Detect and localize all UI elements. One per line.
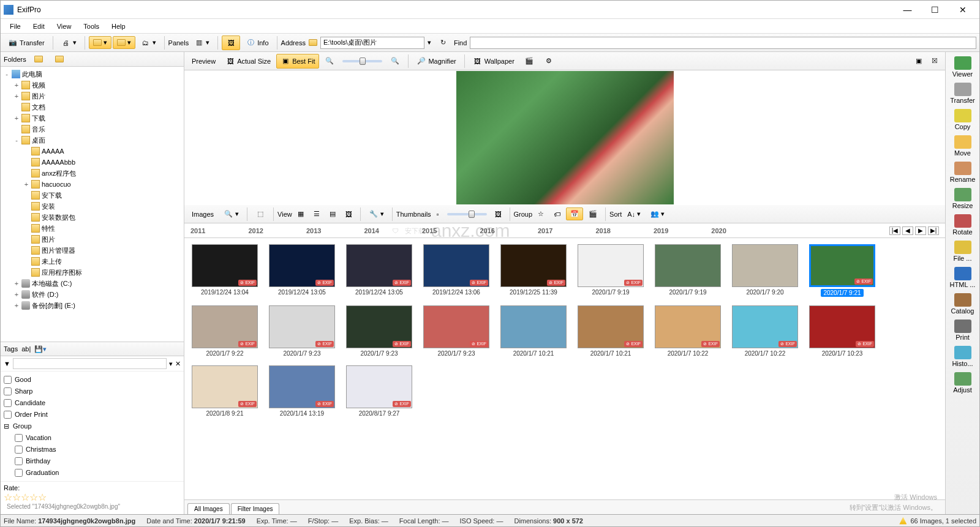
- tree-item[interactable]: 图片管理器: [4, 245, 181, 256]
- tag-edit-icon[interactable]: ab|: [21, 345, 31, 353]
- zoom-out-button[interactable]: 🔍: [320, 54, 339, 69]
- tag-item[interactable]: Good: [4, 374, 181, 386]
- tree-item[interactable]: 文档: [4, 102, 181, 113]
- pane-layout-button[interactable]: ▣: [911, 54, 926, 67]
- thumbnail-item[interactable]: ⊘ EXIF2020/1/7 9:22: [190, 305, 259, 357]
- preview-button[interactable]: Preview: [187, 55, 220, 67]
- thumbnail-item[interactable]: ⊘ EXIF2020/1/7 10:23: [808, 305, 876, 357]
- tree-item[interactable]: 安装: [4, 201, 181, 212]
- pane-close-button[interactable]: ☒: [927, 54, 942, 67]
- tree-item[interactable]: +图片: [4, 91, 181, 102]
- search-images-button[interactable]: 🔍▾: [219, 207, 243, 222]
- view-details-button[interactable]: ▤: [325, 207, 340, 220]
- find-input[interactable]: [470, 37, 976, 49]
- thumbnail-item[interactable]: ⊘ EXIF2019/12/24 13:05: [345, 244, 413, 296]
- sort-people-button[interactable]: 👥▾: [646, 207, 669, 220]
- tools-dropdown[interactable]: 🔧▾: [364, 207, 388, 222]
- sidebar-html[interactable]: HTML ...: [948, 265, 978, 290]
- tree-item[interactable]: +备份[勿删] (E:): [4, 300, 181, 311]
- actual-size-button[interactable]: 🖼Actual Size: [221, 54, 275, 69]
- thumbnail-item[interactable]: ⊘ EXIF2020/1/7 10:21: [576, 305, 645, 357]
- tag-item[interactable]: Order Print: [4, 409, 181, 420]
- timeline-next-button[interactable]: ▶: [915, 226, 926, 235]
- group-date-button[interactable]: 📅: [566, 207, 583, 220]
- view-list-button[interactable]: ☰: [309, 207, 324, 220]
- thumbnail-item[interactable]: ⊘ EXIF2019/12/24 13:04: [190, 244, 259, 296]
- folder-tree-button[interactable]: ▾: [113, 36, 135, 49]
- tree-item[interactable]: 未上传: [4, 256, 181, 267]
- timeline[interactable]: 2011201220132014201520162017201820192020…: [184, 223, 945, 238]
- tag-save-icon[interactable]: 💾▾: [34, 345, 47, 353]
- thumbnail-item[interactable]: ⊘ EXIF2019/12/25 11:39: [499, 244, 568, 296]
- tags-filter-dropdown[interactable]: ▾: [169, 360, 173, 368]
- mask-button[interactable]: 🗂▾: [137, 36, 160, 50]
- view-tiles-button[interactable]: 🖼: [341, 208, 356, 220]
- sidebar-adjust[interactable]: Adjust: [948, 370, 978, 395]
- folder-tree[interactable]: -此电脑+视频+图片文档+下载音乐-桌面AAAAAAAAAAbbbanxz程序包…: [1, 67, 184, 342]
- tag-item[interactable]: Sharp: [4, 386, 181, 397]
- timeline-year[interactable]: 2015: [422, 227, 437, 234]
- tree-item[interactable]: 安装数据包: [4, 212, 181, 223]
- tree-item[interactable]: 图片: [4, 234, 181, 245]
- address-input[interactable]: [320, 37, 424, 49]
- tree-item[interactable]: +软件 (D:): [4, 289, 181, 300]
- thumbnail-item[interactable]: ⊘ EXIF2020/1/7 9:23: [345, 305, 413, 357]
- thumbnail-item[interactable]: ⊘ EXIF2020/1/7 10:22: [654, 305, 722, 357]
- tags-filter-clear[interactable]: ✕: [175, 360, 181, 368]
- sidebar-move[interactable]: Move: [948, 133, 978, 159]
- thumbnail-item[interactable]: ⊘ EXIF2020/1/8 9:21: [190, 365, 259, 417]
- close-button[interactable]: ✕: [949, 1, 976, 18]
- sidebar-transfer[interactable]: Transfer: [948, 81, 978, 106]
- sidebar-rename[interactable]: Rename: [948, 160, 978, 185]
- zoom-in-button[interactable]: 🔍: [386, 54, 404, 69]
- tree-item[interactable]: +本地磁盘 (C:): [4, 278, 181, 289]
- sidebar-copy[interactable]: Copy: [948, 107, 978, 132]
- timeline-year[interactable]: 2012: [248, 227, 263, 234]
- thumbnail-item[interactable]: 2020/1/7 10:21: [499, 305, 568, 357]
- thumbnail-item[interactable]: ⊘ EXIF2020/8/17 9:27: [345, 365, 413, 417]
- thumbnail-item[interactable]: ⊘ EXIF2020/1/7 10:22: [731, 305, 799, 357]
- thumb-small-button[interactable]: ▫: [432, 208, 443, 220]
- tag-group-item[interactable]: Graduation: [4, 467, 181, 479]
- timeline-year[interactable]: 2019: [654, 227, 668, 234]
- menu-view[interactable]: View: [51, 21, 78, 31]
- tree-item[interactable]: AAAAA: [4, 146, 181, 157]
- sidebar-catalog[interactable]: Catalog: [948, 291, 978, 316]
- images-button[interactable]: Images: [187, 208, 218, 220]
- tree-item[interactable]: +视频: [4, 80, 181, 91]
- print-button[interactable]: 🖨▾: [57, 36, 81, 50]
- preview-pane-toggle[interactable]: 🖼: [222, 36, 240, 50]
- group-star-button[interactable]: ☆: [533, 207, 548, 220]
- thumbnail-area[interactable]: ⊘ EXIF2019/12/24 13:04⊘ EXIF2019/12/24 1…: [184, 238, 945, 499]
- timeline-year[interactable]: 2020: [711, 227, 726, 234]
- timeline-last-button[interactable]: ▶|: [928, 226, 939, 235]
- tag-group-header[interactable]: ⊟Group: [4, 420, 181, 432]
- wallpaper-button[interactable]: 🖼Wallpaper: [469, 54, 519, 69]
- tree-item[interactable]: 特性: [4, 223, 181, 234]
- menu-tools[interactable]: Tools: [77, 21, 105, 31]
- maximize-button[interactable]: ☐: [921, 1, 949, 18]
- best-fit-button[interactable]: ▣Best Fit: [276, 54, 319, 69]
- tag-group-item[interactable]: Birthday: [4, 455, 181, 467]
- sidebar-print[interactable]: Print: [948, 318, 978, 343]
- tree-item[interactable]: anxz程序包: [4, 168, 181, 179]
- tree-item[interactable]: 安下载: [4, 190, 181, 201]
- timeline-year[interactable]: 2011: [190, 227, 205, 234]
- tree-item[interactable]: 应用程序图标: [4, 267, 181, 278]
- thumbnail-item[interactable]: ⊘ EXIF2019/12/24 13:05: [268, 244, 336, 296]
- view-thumbnails-button[interactable]: ▦: [293, 207, 308, 220]
- group-tag-button[interactable]: 🏷: [549, 208, 565, 220]
- tree-item[interactable]: AAAAAbbb: [4, 157, 181, 168]
- menu-file[interactable]: File: [4, 21, 27, 31]
- thumb-large-button[interactable]: 🖼: [491, 208, 506, 220]
- sidebar-rotate[interactable]: Rotate: [948, 212, 978, 237]
- timeline-year[interactable]: 2018: [595, 227, 610, 234]
- tree-item[interactable]: -桌面: [4, 135, 181, 146]
- timeline-year[interactable]: 2016: [480, 227, 494, 234]
- slideshow-button[interactable]: 🎬: [520, 54, 538, 69]
- folder-options-button[interactable]: [51, 53, 68, 65]
- thumb-size-slider[interactable]: [447, 213, 487, 215]
- new-folder-button[interactable]: [30, 53, 47, 65]
- timeline-year[interactable]: 2014: [364, 227, 379, 234]
- open-folder-button[interactable]: ▾: [89, 36, 111, 49]
